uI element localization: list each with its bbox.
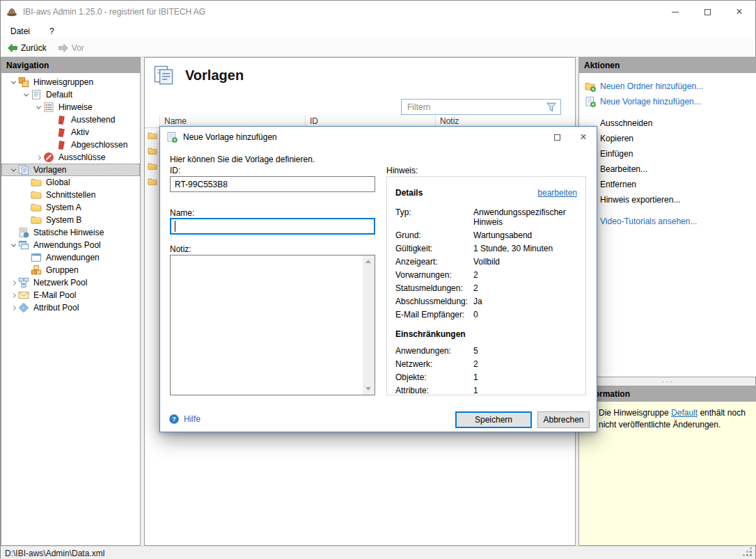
detail-row-objekte: Objekte:1 [395, 372, 577, 382]
action-kopieren[interactable]: Kopieren [579, 131, 756, 146]
dialog-close-button[interactable]: × [570, 127, 597, 148]
tree-item-netzwerk-pool[interactable]: Netzwerk Pool [1, 276, 140, 289]
tree-item-anwendungs-pool[interactable]: Anwendungs Pool [1, 239, 140, 251]
chevron-right-icon[interactable] [33, 152, 43, 162]
detail-label: Grund: [395, 230, 473, 240]
action-label: Video-Tutorials ansehen... [600, 216, 697, 226]
expander-spacer [8, 228, 18, 237]
tree-item-statische-hinweise[interactable]: Statische Hinweise [1, 226, 140, 239]
tree-item-aktiv[interactable]: Aktiv [1, 126, 140, 139]
action-label: Ausschneiden [600, 118, 652, 128]
dialog-title-bar: Neue Vorlage hinzufügen × [160, 127, 597, 148]
exclusions-icon [43, 152, 54, 163]
close-icon: × [736, 6, 742, 17]
menu-datei[interactable]: Datei [6, 25, 34, 38]
filter-input[interactable] [402, 100, 560, 114]
tree-item-system-a[interactable]: System A [1, 201, 140, 214]
chevron-down-icon[interactable] [8, 165, 18, 175]
detail-value: Wartungsabend [473, 230, 577, 240]
tree-item-label: Aktiv [70, 127, 90, 137]
chevron-right-icon[interactable] [8, 278, 18, 288]
action-hinweis-exportieren[interactable]: Hinweis exportieren... [579, 192, 756, 207]
svg-text:?: ? [172, 415, 176, 423]
detail-label: Statusmeldungen: [395, 283, 473, 293]
default-group-link[interactable]: Default [671, 408, 698, 418]
note-text [173, 257, 361, 393]
detail-label: Attribute: [395, 386, 473, 395]
cancel-button[interactable]: Abbrechen [537, 411, 590, 428]
help-button[interactable]: ? Hilfe [168, 414, 200, 425]
detail-value: Ja [473, 297, 577, 306]
tree-item-abgeschlossen[interactable]: Abgeschlossen [1, 139, 140, 151]
action-neue-vorlage-hinzufugen[interactable]: Neue Vorlage hinzufügen... [579, 94, 756, 109]
chevron-down-icon[interactable] [8, 77, 18, 87]
id-input[interactable] [170, 176, 375, 192]
information-header: Information [579, 386, 756, 402]
chevron-down-icon[interactable] [8, 240, 18, 250]
groups-icon [31, 265, 42, 276]
info-text-prefix: Die Hinweisgruppe [599, 408, 671, 418]
tree-item-e-mail-pool[interactable]: E-Mail Pool [1, 289, 140, 301]
tree-item-hinweise[interactable]: Hinweise [1, 101, 140, 113]
edit-hint-link[interactable]: bearbeiten [537, 188, 577, 198]
forward-button[interactable]: Vor [55, 41, 87, 55]
folder-icon [148, 131, 157, 141]
tree-item-schnittstellen[interactable]: Schnittstellen [1, 189, 140, 201]
dialog-maximize-button[interactable] [544, 127, 570, 148]
scroll-down-icon[interactable] [363, 383, 375, 395]
window-controls: × [659, 1, 755, 23]
tree-item-default[interactable]: Default [1, 88, 140, 101]
chevron-right-icon[interactable] [8, 290, 18, 300]
detail-value: 2 [473, 359, 577, 369]
action-entfernen[interactable]: Entfernen [579, 177, 756, 192]
column-icon[interactable] [145, 115, 160, 127]
tree-item-ausschlusse[interactable]: Ausschlüsse [1, 151, 140, 164]
action-video-tutorials-ansehen[interactable]: Video-Tutorials ansehen... [579, 214, 756, 229]
action-ausschneiden[interactable]: Ausschneiden [579, 116, 756, 131]
tree-item-ausstehend[interactable]: Ausstehend [1, 113, 140, 126]
help-label: Hilfe [184, 414, 200, 424]
action-einfugen[interactable]: Einfügen [579, 146, 756, 162]
action-label: Entfernen [600, 180, 636, 189]
action-label: Neue Vorlage hinzufügen... [600, 97, 701, 107]
tree-item-global[interactable]: Global [1, 176, 140, 189]
chevron-right-icon[interactable] [8, 303, 18, 313]
folder-icon [148, 177, 157, 187]
tree-item-attribut-pool[interactable]: Attribut Pool [1, 301, 140, 314]
chevron-down-icon[interactable] [21, 90, 31, 100]
new-template-dialog: Neue Vorlage hinzufügen × Hier können Si… [159, 126, 597, 432]
tree-item-hinweisgruppen[interactable]: Hinweisgruppen [1, 76, 140, 88]
tree-item-label: Anwendungen [45, 253, 101, 262]
tree-item-label: System A [45, 203, 83, 212]
tree-item-anwendungen[interactable]: Anwendungen [1, 251, 140, 264]
tree-item-vorlagen[interactable]: Vorlagen [1, 164, 140, 176]
menu-help[interactable]: ? [45, 25, 58, 38]
detail-value: 1 [473, 372, 577, 382]
tree-item-label: E-Mail Pool [32, 290, 77, 300]
detail-row-abschlussmeldung: Abschlussmeldung:Ja [395, 297, 577, 306]
filter-icon[interactable] [546, 102, 557, 113]
resize-grip[interactable] [750, 554, 752, 556]
filter-box [401, 99, 561, 115]
app-pool-icon [18, 239, 29, 251]
action-bearbeiten[interactable]: Bearbeiten... [579, 162, 756, 177]
scroll-up-icon[interactable] [363, 255, 375, 267]
name-input[interactable] [170, 218, 375, 235]
tree-item-gruppen[interactable]: Gruppen [1, 264, 140, 276]
maximize-button[interactable] [691, 1, 723, 23]
chevron-down-icon[interactable] [33, 102, 43, 112]
panel-splitter[interactable]: ··· [578, 377, 756, 386]
note-scrollbar[interactable] [363, 255, 375, 395]
content-header: Vorlagen [153, 65, 244, 86]
network-pool-icon [18, 277, 29, 288]
action-label: Kopieren [600, 134, 633, 143]
restrictions-title: Einschränkungen [395, 329, 577, 339]
action-label: Bearbeiten... [600, 164, 647, 174]
minimize-button[interactable] [659, 1, 691, 23]
tree-item-system-b[interactable]: System B [1, 214, 140, 226]
save-button[interactable]: Speichern [455, 411, 532, 428]
back-button[interactable]: Zurück [4, 41, 49, 55]
note-textarea[interactable] [170, 255, 375, 395]
action-neuen-ordner-hinzufugen[interactable]: Neuen Ordner hinzufügen... [579, 79, 756, 94]
close-button[interactable]: × [723, 1, 755, 23]
